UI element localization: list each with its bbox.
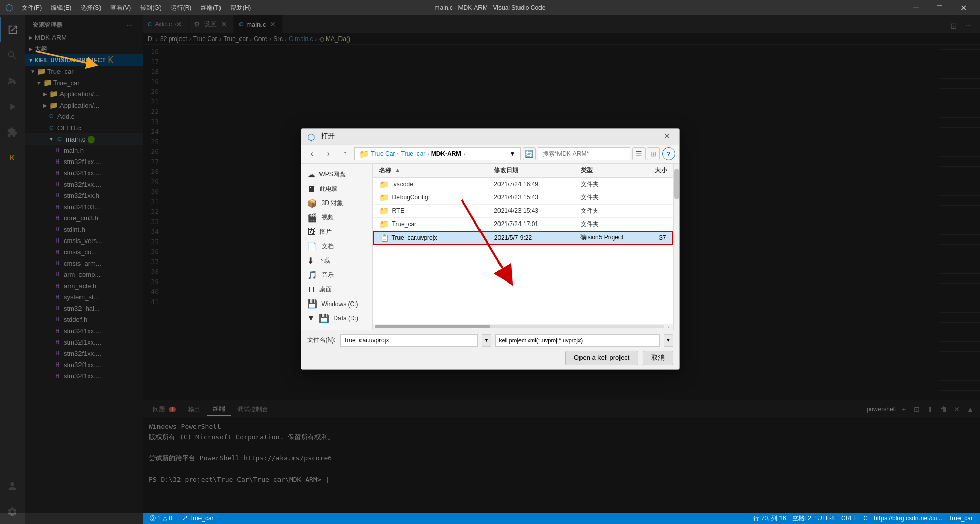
window-controls: ─ □ ✕ xyxy=(904,0,975,15)
vscode-logo-icon: ⬡ xyxy=(5,2,13,13)
dialog-nav-downloads[interactable]: ⬇ 下载 xyxy=(301,254,372,268)
menu-help[interactable]: 帮助(H) xyxy=(226,3,255,13)
dialog-nav-3d-label: 3D 对象 xyxy=(322,199,344,208)
dialog-vscroll-thumb[interactable] xyxy=(674,169,679,199)
dialog-vscroll[interactable] xyxy=(673,164,679,330)
file-item-rte[interactable]: 📁 RTE 2021/4/23 15:43 文件夹 xyxy=(373,205,673,218)
dialog-filename-input[interactable] xyxy=(340,334,478,347)
open-keil-project-button[interactable]: Open a keil project xyxy=(565,351,638,365)
dialog-nav-downloads-label: 下载 xyxy=(318,256,330,265)
dialog-nav-desktop[interactable]: 🖥 桌面 xyxy=(301,283,372,297)
close-button[interactable]: ✕ xyxy=(951,0,975,15)
dialog-vscode-icon: ⬡ xyxy=(307,132,316,141)
menu-select[interactable]: 选择(S) xyxy=(76,3,105,13)
dialog-bottom: 文件名(N): ▼ keil project xml(*.uvproj;*.uv… xyxy=(301,330,679,369)
menu-go[interactable]: 转到(G) xyxy=(136,3,165,13)
dialog-nav-3d[interactable]: 📦 3D 对象 xyxy=(301,196,372,211)
status-branch-name: True_car xyxy=(189,515,214,522)
status-position[interactable]: 行 70, 列 16 xyxy=(750,513,789,524)
status-encoding[interactable]: UTF-8 xyxy=(814,513,838,524)
maximize-button[interactable]: □ xyxy=(928,0,951,15)
status-eol[interactable]: CRLF xyxy=(838,513,860,524)
dialog-path-dropdown[interactable]: ▼ xyxy=(510,150,516,157)
file-item-debugconfig[interactable]: 📁 DebugConfig 2021/4/23 15:43 文件夹 xyxy=(373,191,673,205)
dialog-search-input[interactable] xyxy=(538,147,630,160)
col-sort-icon: ▲ xyxy=(395,167,401,174)
status-spaces[interactable]: 空格: 2 xyxy=(789,513,814,524)
dialog-path-folder-icon: 📁 xyxy=(359,149,369,159)
file-type-truecar: 文件夹 xyxy=(581,220,638,229)
dialog-nav-ddrive-label: Data (D:) xyxy=(333,315,358,322)
dialog-filelist: 📁 .vscode 2021/7/24 16:49 文件夹 📁 DebugCon… xyxy=(373,178,673,324)
status-language[interactable]: C xyxy=(860,513,871,524)
file-name-debug: DebugConfig xyxy=(392,194,428,201)
file-date-debug: 2021/4/23 15:43 xyxy=(494,194,581,201)
docs-icon: 📄 xyxy=(307,241,317,251)
file-item-uvprojx[interactable]: 📋 True_car.uvprojx 2021/5/7 9:22 礦ision5… xyxy=(373,231,673,245)
status-errors[interactable]: ⓪ 1 △ 0 xyxy=(147,513,175,524)
dialog-help-btn[interactable]: ? xyxy=(662,147,675,160)
status-spaces-text: 空格: 2 xyxy=(792,514,811,523)
dialog-nav: ☁ WPS网盘 🖥 此电脑 📦 3D 对象 🎬 视频 🖼 图片 xyxy=(301,164,373,330)
dialog-filename-row: 文件名(N): ▼ keil project xml(*.uvproj;*.uv… xyxy=(307,334,673,347)
cancel-button[interactable]: 取消 xyxy=(643,351,673,365)
dialog-nav-computer[interactable]: 🖥 此电脑 xyxy=(301,182,372,196)
col-size[interactable]: 大小 xyxy=(638,166,667,175)
menu-terminal[interactable]: 终端(T) xyxy=(196,3,225,13)
status-language-text: C xyxy=(863,515,868,522)
scroll-right-btn[interactable]: › xyxy=(665,324,671,330)
file-name-truecar-folder: True_car xyxy=(392,220,417,228)
status-csdn-link[interactable]: https://blog.csdn.net/cu... xyxy=(871,513,945,524)
dialog-up-btn[interactable]: ↑ xyxy=(338,147,352,161)
dialog-path-2[interactable]: True_car xyxy=(401,150,426,157)
dialog-list-view-btn[interactable]: ☰ xyxy=(632,147,646,160)
dialog-nav-wps-label: WPS网盘 xyxy=(319,170,346,179)
dialog-forward-btn[interactable]: › xyxy=(322,147,336,161)
dialog-nav-video[interactable]: 🎬 视频 xyxy=(301,211,372,225)
dialog-detail-view-btn[interactable]: ⊞ xyxy=(647,147,660,160)
dialog-path-3[interactable]: MDK-ARM xyxy=(431,150,462,157)
file-list-header: 名称 ▲ 修改日期 类型 大小 xyxy=(373,164,673,178)
col-type[interactable]: 类型 xyxy=(581,166,638,175)
status-project-text: True_car xyxy=(948,515,973,522)
dialog-hscroll[interactable]: › xyxy=(373,324,673,330)
dialog-refresh-btn[interactable]: 🔄 xyxy=(523,147,536,160)
ddrive-arrow: ▼ xyxy=(307,314,315,323)
folder-rte-icon: 📁 xyxy=(379,206,389,216)
file-name-vscode: .vscode xyxy=(392,180,413,188)
col-date[interactable]: 修改日期 xyxy=(494,166,581,175)
menu-view[interactable]: 查看(V) xyxy=(106,3,135,13)
dialog-nav-pictures[interactable]: 🖼 图片 xyxy=(301,225,372,239)
dialog-nav-wps[interactable]: ☁ WPS网盘 xyxy=(301,168,372,182)
dialog-nav-docs[interactable]: 📄 文档 xyxy=(301,239,372,254)
dialog-back-btn[interactable]: ‹ xyxy=(305,147,319,161)
dialog-close-btn[interactable]: ✕ xyxy=(661,130,673,143)
pictures-icon: 🖼 xyxy=(307,228,315,237)
dialog-nav-ddrive[interactable]: ▼ 💾 Data (D:) xyxy=(301,311,372,326)
dialog-title: 打开 xyxy=(321,132,335,141)
folder-vscode-icon: 📁 xyxy=(379,179,389,189)
dialog-path-1[interactable]: True Car xyxy=(371,150,395,157)
menu-run[interactable]: 运行(R) xyxy=(167,3,196,13)
video-icon: 🎬 xyxy=(307,213,317,223)
menu-edit[interactable]: 编辑(E) xyxy=(47,3,75,13)
dialog-filename-dropdown[interactable]: ▼ xyxy=(482,334,491,347)
menu-file[interactable]: 文件(F) xyxy=(17,3,46,13)
dialog-filetype-arrow[interactable]: ▼ xyxy=(664,334,673,347)
col-name[interactable]: 名称 ▲ xyxy=(379,166,494,175)
dialog-titlebar: ⬡ 打开 ✕ xyxy=(301,129,679,145)
status-project-name[interactable]: True_car xyxy=(945,513,976,524)
file-item-truecar-folder[interactable]: 📁 True_car 2021/7/24 17:01 文件夹 xyxy=(373,218,673,231)
dialog-nav-cdrive[interactable]: 💾 Windows (C:) xyxy=(301,297,372,311)
file-item-vscode[interactable]: 📁 .vscode 2021/7/24 16:49 文件夹 xyxy=(373,178,673,191)
status-position-text: 行 70, 列 16 xyxy=(753,514,786,523)
file-date-truecar: 2021/7/24 17:01 xyxy=(494,220,581,228)
music-icon: 🎵 xyxy=(307,270,317,280)
file-type-uvprojx: 礦ision5 Project xyxy=(580,233,637,242)
minimize-button[interactable]: ─ xyxy=(904,0,928,15)
dialog-nav-music-label: 音乐 xyxy=(322,271,334,279)
file-name-rte: RTE xyxy=(392,207,405,214)
file-name-uvprojx: True_car.uvprojx xyxy=(392,234,437,241)
status-branch[interactable]: ⎇ True_car xyxy=(177,513,217,524)
dialog-nav-music[interactable]: 🎵 音乐 xyxy=(301,268,372,283)
